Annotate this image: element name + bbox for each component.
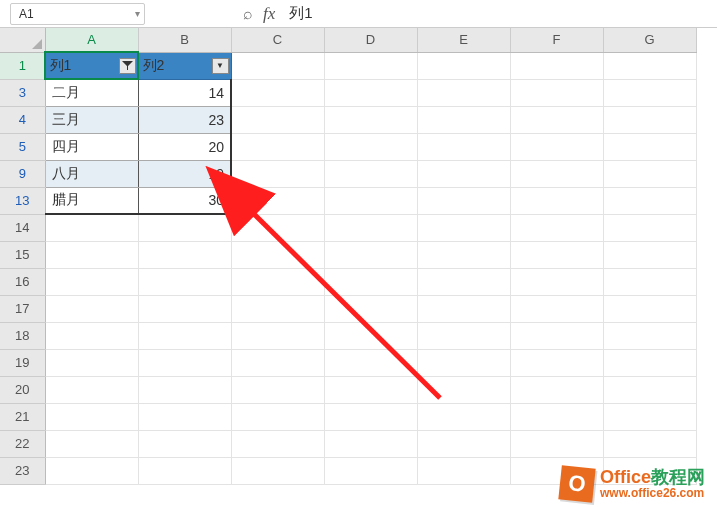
table-cell[interactable]: 三月 (45, 106, 138, 133)
formula-input[interactable]: 列1 (285, 2, 485, 25)
cell[interactable] (417, 430, 510, 457)
cell[interactable] (138, 268, 231, 295)
cell[interactable] (231, 214, 324, 241)
cell[interactable] (510, 430, 603, 457)
cell[interactable] (138, 457, 231, 484)
cell[interactable] (45, 322, 138, 349)
cell[interactable] (324, 106, 417, 133)
cell[interactable] (603, 322, 696, 349)
cell[interactable] (138, 295, 231, 322)
cell[interactable] (510, 79, 603, 106)
cell[interactable] (45, 241, 138, 268)
row-header[interactable]: 3 (0, 79, 45, 106)
cell[interactable] (417, 79, 510, 106)
cell[interactable] (417, 457, 510, 484)
col-header-G[interactable]: G (603, 28, 696, 52)
row-header[interactable]: 20 (0, 376, 45, 403)
cell[interactable] (510, 106, 603, 133)
cell[interactable] (510, 403, 603, 430)
cell[interactable] (417, 214, 510, 241)
cell[interactable] (231, 160, 324, 187)
cell[interactable] (231, 430, 324, 457)
cell[interactable] (417, 187, 510, 214)
cell[interactable] (324, 403, 417, 430)
cell[interactable] (324, 79, 417, 106)
table-cell[interactable]: 腊月 (45, 187, 138, 214)
table-cell[interactable]: 四月 (45, 133, 138, 160)
cell[interactable] (417, 241, 510, 268)
row-header[interactable]: 14 (0, 214, 45, 241)
table-cell[interactable]: 23 (138, 106, 231, 133)
cell[interactable] (231, 376, 324, 403)
cell[interactable] (324, 457, 417, 484)
table-cell[interactable]: 20 (138, 133, 231, 160)
col-header-B[interactable]: B (138, 28, 231, 52)
cell[interactable] (231, 295, 324, 322)
cell[interactable] (510, 133, 603, 160)
row-header[interactable]: 19 (0, 349, 45, 376)
row-header[interactable]: 4 (0, 106, 45, 133)
row-header[interactable]: 13 (0, 187, 45, 214)
cell[interactable] (603, 187, 696, 214)
cell[interactable] (45, 268, 138, 295)
cell[interactable] (417, 106, 510, 133)
cell[interactable] (45, 295, 138, 322)
cell[interactable] (231, 79, 324, 106)
cell[interactable] (138, 241, 231, 268)
cell[interactable] (603, 430, 696, 457)
cell[interactable] (324, 214, 417, 241)
cell[interactable] (231, 187, 324, 214)
cell[interactable] (138, 214, 231, 241)
table-cell[interactable]: 30 (138, 187, 231, 214)
table-header-col2[interactable]: 列2 ▼ (138, 52, 231, 79)
cell[interactable] (138, 403, 231, 430)
cell[interactable] (510, 376, 603, 403)
cell[interactable] (510, 187, 603, 214)
cell[interactable] (417, 349, 510, 376)
cell[interactable] (231, 133, 324, 160)
cell[interactable] (510, 160, 603, 187)
cell[interactable] (231, 52, 324, 79)
cell[interactable] (138, 349, 231, 376)
cell[interactable] (417, 376, 510, 403)
table-cell[interactable]: 八月 (45, 160, 138, 187)
cell[interactable] (45, 457, 138, 484)
cell[interactable] (138, 376, 231, 403)
cell[interactable] (603, 52, 696, 79)
fx-label[interactable]: fx (263, 4, 275, 24)
cell[interactable] (324, 349, 417, 376)
row-header[interactable]: 17 (0, 295, 45, 322)
cell[interactable] (417, 160, 510, 187)
cell[interactable] (231, 241, 324, 268)
cell[interactable] (231, 349, 324, 376)
cell[interactable] (603, 295, 696, 322)
cell[interactable] (510, 241, 603, 268)
cell[interactable] (603, 268, 696, 295)
col-header-E[interactable]: E (417, 28, 510, 52)
cell[interactable] (603, 403, 696, 430)
row-header[interactable]: 16 (0, 268, 45, 295)
cell[interactable] (510, 322, 603, 349)
cell[interactable] (231, 268, 324, 295)
row-header[interactable]: 9 (0, 160, 45, 187)
cell[interactable] (324, 133, 417, 160)
cell[interactable] (603, 106, 696, 133)
row-header[interactable]: 23 (0, 457, 45, 484)
cell[interactable] (324, 376, 417, 403)
name-box[interactable]: A1 ▾ (10, 3, 145, 25)
cell[interactable] (510, 349, 603, 376)
cell[interactable] (417, 133, 510, 160)
cell[interactable] (417, 52, 510, 79)
cell[interactable] (417, 322, 510, 349)
cell[interactable] (603, 79, 696, 106)
cell[interactable] (417, 295, 510, 322)
col-header-A[interactable]: A (45, 28, 138, 52)
cell[interactable] (603, 349, 696, 376)
cell[interactable] (324, 268, 417, 295)
select-all-corner[interactable] (0, 28, 45, 52)
table-cell[interactable]: 二月 (45, 79, 138, 106)
cell[interactable] (138, 430, 231, 457)
cell[interactable] (510, 295, 603, 322)
filter-dropdown-icon[interactable]: ▼ (212, 58, 229, 74)
row-header[interactable]: 18 (0, 322, 45, 349)
